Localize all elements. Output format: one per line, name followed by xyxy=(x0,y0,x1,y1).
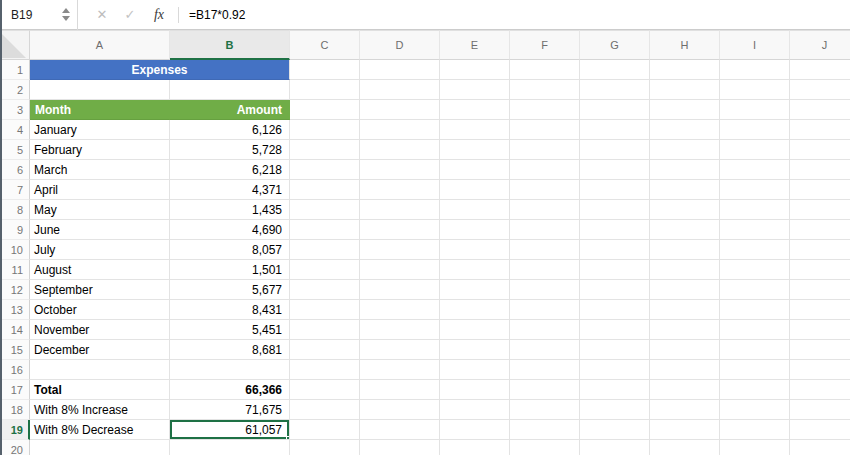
column-header-E[interactable]: E xyxy=(440,30,510,60)
cell-E2[interactable] xyxy=(440,80,510,100)
cell-H6[interactable] xyxy=(650,160,720,180)
cell-F6[interactable] xyxy=(510,160,580,180)
column-header-G[interactable]: G xyxy=(580,30,650,60)
row-header-20[interactable]: 20 xyxy=(0,440,30,455)
cell-E19[interactable] xyxy=(440,420,510,440)
stepper-down-icon[interactable] xyxy=(62,16,70,21)
row-header-9[interactable]: 9 xyxy=(0,220,30,240)
row-header-1[interactable]: 1 xyxy=(0,60,30,80)
cell-E11[interactable] xyxy=(440,260,510,280)
row-header-6[interactable]: 6 xyxy=(0,160,30,180)
cell-C1[interactable] xyxy=(290,60,360,80)
cell-E3[interactable] xyxy=(440,100,510,120)
cell-F9[interactable] xyxy=(510,220,580,240)
cell-A14[interactable]: November xyxy=(30,320,170,340)
cell-E16[interactable] xyxy=(440,360,510,380)
cell-J19[interactable] xyxy=(790,420,850,440)
cell-H3[interactable] xyxy=(650,100,720,120)
cell-D16[interactable] xyxy=(360,360,440,380)
cell-E4[interactable] xyxy=(440,120,510,140)
row-header-16[interactable]: 16 xyxy=(0,360,30,380)
cell-H19[interactable] xyxy=(650,420,720,440)
cell-B5[interactable]: 5,728 xyxy=(170,140,290,160)
cell-J7[interactable] xyxy=(790,180,850,200)
cell-F15[interactable] xyxy=(510,340,580,360)
cell-D7[interactable] xyxy=(360,180,440,200)
cell-A12[interactable]: September xyxy=(30,280,170,300)
cell-J5[interactable] xyxy=(790,140,850,160)
cell-C10[interactable] xyxy=(290,240,360,260)
cell-B13[interactable]: 8,431 xyxy=(170,300,290,320)
cell-G10[interactable] xyxy=(580,240,650,260)
cell-F10[interactable] xyxy=(510,240,580,260)
cell-A3[interactable]: Month xyxy=(30,100,170,120)
cell-E20[interactable] xyxy=(440,440,510,455)
cell-H1[interactable] xyxy=(650,60,720,80)
cell-B6[interactable]: 6,218 xyxy=(170,160,290,180)
row-header-13[interactable]: 13 xyxy=(0,300,30,320)
cell-I7[interactable] xyxy=(720,180,790,200)
cell-F3[interactable] xyxy=(510,100,580,120)
cell-I6[interactable] xyxy=(720,160,790,180)
cell-B3[interactable]: Amount xyxy=(170,100,290,120)
cell-G12[interactable] xyxy=(580,280,650,300)
cell-G20[interactable] xyxy=(580,440,650,455)
cell-A11[interactable]: August xyxy=(30,260,170,280)
column-header-F[interactable]: F xyxy=(510,30,580,60)
cell-B10[interactable]: 8,057 xyxy=(170,240,290,260)
cell-A2[interactable] xyxy=(30,80,170,100)
cell-I17[interactable] xyxy=(720,380,790,400)
cell-D9[interactable] xyxy=(360,220,440,240)
column-header-A[interactable]: A xyxy=(30,30,170,60)
cell-C4[interactable] xyxy=(290,120,360,140)
cell-C8[interactable] xyxy=(290,200,360,220)
cell-E8[interactable] xyxy=(440,200,510,220)
cell-H20[interactable] xyxy=(650,440,720,455)
cell-C2[interactable] xyxy=(290,80,360,100)
cell-I3[interactable] xyxy=(720,100,790,120)
cell-I10[interactable] xyxy=(720,240,790,260)
cell-F4[interactable] xyxy=(510,120,580,140)
cell-E13[interactable] xyxy=(440,300,510,320)
cell-B15[interactable]: 8,681 xyxy=(170,340,290,360)
row-header-14[interactable]: 14 xyxy=(0,320,30,340)
cell-E18[interactable] xyxy=(440,400,510,420)
row-header-19[interactable]: 19 xyxy=(0,420,30,440)
name-box-stepper[interactable] xyxy=(62,0,70,30)
enter-icon[interactable]: ✓ xyxy=(116,7,144,22)
cell-A19[interactable]: With 8% Decrease xyxy=(30,420,170,440)
cell-I12[interactable] xyxy=(720,280,790,300)
cancel-icon[interactable]: ✕ xyxy=(88,7,116,22)
cell-H14[interactable] xyxy=(650,320,720,340)
cell-D13[interactable] xyxy=(360,300,440,320)
row-header-3[interactable]: 3 xyxy=(0,100,30,120)
selection-fill-handle[interactable] xyxy=(286,436,290,440)
cell-A17[interactable]: Total xyxy=(30,380,170,400)
cell-G2[interactable] xyxy=(580,80,650,100)
cell-A20[interactable] xyxy=(30,440,170,455)
stepper-up-icon[interactable] xyxy=(62,8,70,13)
cell-B4[interactable]: 6,126 xyxy=(170,120,290,140)
cell-A1-merged-title[interactable]: Expenses xyxy=(30,60,290,80)
cell-J16[interactable] xyxy=(790,360,850,380)
cell-H18[interactable] xyxy=(650,400,720,420)
cell-I2[interactable] xyxy=(720,80,790,100)
cell-I11[interactable] xyxy=(720,260,790,280)
cell-A18[interactable]: With 8% Increase xyxy=(30,400,170,420)
row-header-5[interactable]: 5 xyxy=(0,140,30,160)
cell-G16[interactable] xyxy=(580,360,650,380)
cell-A16[interactable] xyxy=(30,360,170,380)
cell-F5[interactable] xyxy=(510,140,580,160)
cell-C18[interactable] xyxy=(290,400,360,420)
cell-H8[interactable] xyxy=(650,200,720,220)
cell-E15[interactable] xyxy=(440,340,510,360)
cell-D3[interactable] xyxy=(360,100,440,120)
cell-D5[interactable] xyxy=(360,140,440,160)
cell-C13[interactable] xyxy=(290,300,360,320)
cell-D19[interactable] xyxy=(360,420,440,440)
cell-A10[interactable]: July xyxy=(30,240,170,260)
cell-F13[interactable] xyxy=(510,300,580,320)
cell-I13[interactable] xyxy=(720,300,790,320)
cell-I14[interactable] xyxy=(720,320,790,340)
cell-J4[interactable] xyxy=(790,120,850,140)
